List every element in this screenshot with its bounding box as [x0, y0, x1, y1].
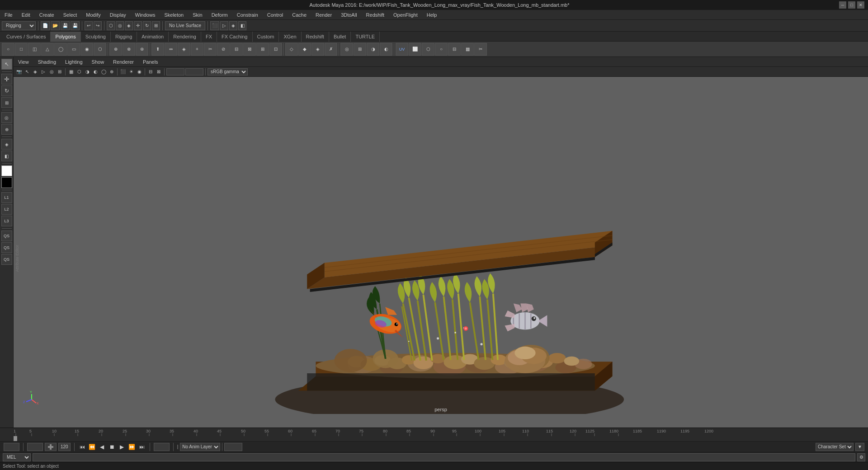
shelf-icon-bridge[interactable]: ⇔ — [165, 43, 177, 56]
render-button[interactable]: ▷ — [220, 21, 228, 30]
shelf-icon-unfold[interactable]: ⊟ — [448, 43, 461, 56]
step-forward-button[interactable]: ⏩ — [128, 443, 136, 451]
viewport-menu-renderer[interactable]: Renderer — [111, 58, 136, 66]
lasso-button[interactable]: ◎ — [116, 21, 124, 30]
shelf-tab-custom[interactable]: Custom — [253, 32, 279, 42]
menu-deform[interactable]: Deform — [210, 11, 230, 19]
show-render-button[interactable]: ◧ — [238, 21, 246, 30]
shelf-tab-animation[interactable]: Animation — [137, 32, 169, 42]
shelf-icon-slide-edge[interactable]: ⊡ — [269, 43, 282, 56]
shelf-icon-cleanup[interactable]: ◐ — [380, 43, 392, 56]
timeline[interactable]: 1 5 10 15 20 25 30 35 40 45 50 55 60 65 … — [0, 428, 868, 441]
play-forward-button[interactable]: ▶ — [118, 443, 126, 451]
menu-skeleton[interactable]: Skeleton — [162, 11, 185, 19]
close-button[interactable]: ✕ — [857, 1, 864, 9]
shelf-icon-interactive-split[interactable]: ⊘ — [217, 43, 230, 56]
maximize-button[interactable]: □ — [848, 1, 855, 9]
shelf-icon-dissolve-edge[interactable]: ◈ — [311, 43, 324, 56]
command-language-select[interactable]: MEL Python — [3, 453, 31, 461]
shelf-tab-rendering[interactable]: Rendering — [169, 32, 201, 42]
shelf-icon-merge[interactable]: ◇ — [285, 43, 298, 56]
menu-select[interactable]: Select — [61, 11, 79, 19]
redo-button[interactable]: ↪ — [94, 21, 102, 30]
move-tool-button[interactable]: ✛ — [1, 74, 12, 85]
viewport[interactable]: View Shading Lighting Show Renderer Pane… — [14, 57, 868, 428]
3d-scene[interactable]: persp X Y Z — [14, 77, 868, 414]
menu-control[interactable]: Control — [265, 11, 285, 19]
menu-render[interactable]: Render — [314, 11, 334, 19]
shelf-tab-bullet[interactable]: Bullet — [329, 32, 351, 42]
shelf-icon-planar-map[interactable]: ⬜ — [409, 43, 421, 56]
vt-near-clip[interactable]: 0.00 — [166, 68, 184, 75]
menu-edit[interactable]: Edit — [20, 11, 32, 19]
command-input[interactable] — [33, 453, 855, 461]
menu-cache[interactable]: Cache — [290, 11, 308, 19]
shelf-icon-layout[interactable]: ▦ — [461, 43, 474, 56]
shelf-icon-cube[interactable]: □ — [15, 43, 28, 56]
mode-selector[interactable]: Rigging Animation Modeling — [2, 21, 36, 30]
shelf-icon-cut-sew[interactable]: ✂ — [474, 43, 487, 56]
vt-icon-1[interactable]: ◈ — [32, 68, 39, 76]
vt-color-space-select[interactable]: sRGB gamma Linear — [208, 68, 248, 75]
save-file-button[interactable]: 💾 — [61, 21, 70, 30]
shelf-icon-uv-editor[interactable]: UV — [396, 43, 408, 56]
shelf-tab-fx-caching[interactable]: FX Caching — [217, 32, 252, 42]
step-back-button[interactable]: ⏪ — [88, 443, 96, 451]
open-file-button[interactable]: 📂 — [51, 21, 60, 30]
shelf-tab-redshift[interactable]: Redshift — [302, 32, 329, 42]
vt-grid-btn[interactable]: ▦ — [67, 68, 75, 76]
stop-button[interactable]: ⏹ — [108, 443, 116, 451]
minimize-button[interactable]: ─ — [839, 1, 846, 9]
menu-skin[interactable]: Skin — [191, 11, 204, 19]
menu-redshift[interactable]: Redshift — [364, 11, 386, 19]
save-as-button[interactable]: 💾 — [71, 21, 80, 30]
char-set-options-button[interactable]: ▼ — [855, 443, 864, 451]
vt-aa-btn[interactable]: ⊠ — [155, 68, 162, 76]
vt-wireframe-btn[interactable]: ⬡ — [75, 68, 83, 76]
vt-display-btn[interactable]: ⬛ — [119, 68, 127, 76]
play-back-button[interactable]: ◀ — [98, 443, 106, 451]
vt-icon-2[interactable]: ▷ — [40, 68, 47, 76]
anim-layer-select[interactable]: No Anim Layer — [180, 443, 220, 451]
paint-attr-button[interactable]: ◧ — [1, 150, 12, 161]
shelf-tab-sculpting[interactable]: Sculpting — [81, 32, 111, 42]
vt-shadow-btn[interactable]: ◉ — [136, 68, 143, 76]
display-layer-btn-3[interactable]: L3 — [1, 216, 12, 226]
menu-file[interactable]: File — [3, 11, 14, 19]
shelf-icon-insert-edge[interactable]: ⊟ — [230, 43, 243, 56]
viewport-menu-panels[interactable]: Panels — [141, 58, 160, 66]
shelf-icon-smooth[interactable]: ◎ — [340, 43, 353, 56]
menu-create[interactable]: Create — [38, 11, 56, 19]
viewport-menu-view[interactable]: View — [16, 58, 31, 66]
shelf-icon-subdivide[interactable]: ⊞ — [354, 43, 366, 56]
shelf-icon-extrude[interactable]: ⬆ — [151, 43, 164, 56]
shelf-icon-sphere[interactable]: ○ — [2, 43, 14, 56]
shelf-icon-offset-edge[interactable]: ⊠ — [243, 43, 256, 56]
select-mode-button[interactable]: ⬡ — [107, 21, 115, 30]
vt-icon-3[interactable]: ◎ — [48, 68, 55, 76]
select-tool-button[interactable]: ↖ — [1, 59, 12, 70]
rotate-tool-button[interactable]: ↻ — [1, 85, 12, 96]
menu-windows[interactable]: Windows — [133, 11, 157, 19]
ipr-render-button[interactable]: ◈ — [229, 21, 237, 30]
menu-openflight[interactable]: OpenFlight — [392, 11, 420, 19]
viewport-menu-show[interactable]: Show — [90, 58, 106, 66]
shelf-icon-project-cut[interactable]: ✂ — [204, 43, 217, 56]
show-manip-button[interactable]: ⊕ — [1, 124, 12, 135]
go-to-start-button[interactable]: ⏮ — [78, 443, 86, 451]
shelf-icon-append[interactable]: + — [191, 43, 203, 56]
vt-smooth-btn[interactable]: ◑ — [84, 68, 91, 76]
quick-sel-btn[interactable]: QS — [1, 230, 12, 241]
shelf-icon-delete-edge[interactable]: ✗ — [325, 43, 337, 56]
shelf-tab-fx[interactable]: FX — [201, 32, 217, 42]
viewport-menu-lighting[interactable]: Lighting — [63, 58, 85, 66]
rotate-button[interactable]: ↻ — [143, 21, 151, 30]
menu-modify[interactable]: Modify — [84, 11, 102, 19]
menu-display[interactable]: Display — [108, 11, 128, 19]
shelf-tab-turtle[interactable]: TURTLE — [351, 32, 380, 42]
max-frame-input[interactable]: 200 — [224, 443, 242, 451]
shelf-tab-rigging[interactable]: Rigging — [111, 32, 137, 42]
scale-tool-button[interactable]: ⊞ — [1, 97, 12, 108]
shelf-icon-collapse[interactable]: ◆ — [298, 43, 311, 56]
shelf-icon-fill-hole[interactable]: ◈ — [178, 43, 190, 56]
